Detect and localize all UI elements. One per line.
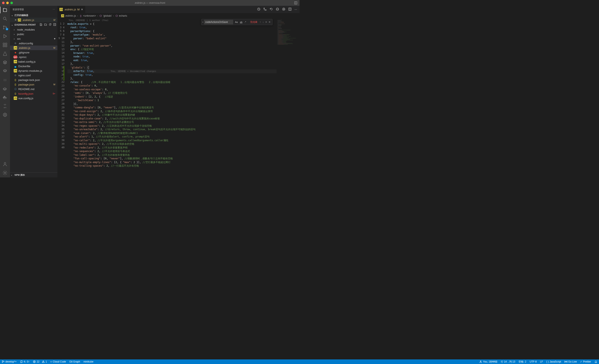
file-src[interactable]: ›src bbox=[10, 36, 57, 41]
close-window[interactable] bbox=[2, 2, 5, 4]
file-tree: ›node_modules›public›src⚙.editorconfigJS… bbox=[10, 27, 57, 100]
close-icon[interactable]: ✕ bbox=[81, 8, 83, 11]
minimap[interactable]: ▬▬▬▬▬▬▬▬▬▬▬▬▬▬▬▬▬▬▬▬▬▬▬▬▬▬▬▬▬▬▬▬▬▬▬▬▬▬▬▬… bbox=[277, 18, 300, 178]
js-icon: JS bbox=[18, 18, 21, 21]
file-.gitignore[interactable]: ◆.gitignore bbox=[10, 50, 57, 55]
debug-icon[interactable] bbox=[2, 34, 8, 39]
open-editor-item[interactable]: ✕ JS .eslintrc.js M bbox=[10, 18, 57, 22]
expand-find-icon[interactable]: › bbox=[202, 21, 204, 24]
file-vue.config.js[interactable]: JSvue.config.js bbox=[10, 96, 57, 100]
account-icon[interactable] bbox=[2, 162, 8, 167]
ext2-icon[interactable] bbox=[2, 69, 8, 74]
svg-point-18 bbox=[4, 162, 6, 164]
file-Dockerfile[interactable]: ▄Dockerfile bbox=[10, 64, 57, 68]
file-public[interactable]: ›public bbox=[10, 32, 57, 36]
window-title: .eslintrc.js — evernssa-front bbox=[134, 1, 165, 4]
gear-icon[interactable] bbox=[2, 170, 8, 175]
ext3-icon[interactable] bbox=[2, 86, 8, 91]
file-package-lock.json[interactable]: {}package-lock.json bbox=[10, 78, 57, 82]
collapse-icon[interactable] bbox=[53, 23, 56, 27]
compare-icon[interactable] bbox=[263, 8, 267, 11]
svg-rect-8 bbox=[3, 43, 5, 44]
api-icon[interactable]: API bbox=[2, 104, 8, 109]
titlebar: .eslintrc.js — evernssa-front bbox=[0, 0, 300, 6]
max-window[interactable] bbox=[10, 2, 13, 4]
tab-bar: JS .eslintrc.js M ✕ ⋯ bbox=[57, 6, 300, 13]
file-README.md[interactable]: ⓘREADME.md bbox=[10, 87, 57, 91]
run-icon[interactable] bbox=[282, 8, 285, 11]
close-icon[interactable]: ✕ bbox=[15, 18, 17, 21]
tab-eslintrc[interactable]: JS .eslintrc.js M ✕ bbox=[57, 6, 86, 13]
whole-word-icon[interactable]: ab bbox=[239, 20, 243, 24]
file-dynamic-modules.js[interactable]: JSdynamic-modules.js bbox=[10, 68, 57, 73]
extensions-icon[interactable] bbox=[2, 43, 8, 47]
find-widget: › Aa ab .* 无结果 ↑ ↓ ≡ ✕ bbox=[201, 19, 273, 25]
test-icon[interactable] bbox=[2, 51, 8, 56]
svg-rect-15 bbox=[4, 96, 5, 97]
sidebar: 资源管理器 ⋯ ⌄打开的编辑器 ✕ JS .eslintrc.js M ⌄EVE… bbox=[10, 6, 57, 178]
k8s-icon[interactable] bbox=[2, 112, 8, 117]
svg-point-19 bbox=[4, 172, 6, 173]
find-result: 无结果 bbox=[250, 20, 257, 24]
svg-marker-7 bbox=[4, 35, 7, 38]
project-header[interactable]: ⌄EVERNSSA-FRONT bbox=[10, 22, 57, 27]
file-tsconfig.json[interactable]: {}tsconfig.json9+ bbox=[10, 91, 57, 96]
min-window[interactable] bbox=[6, 2, 9, 4]
file-nginx.conf[interactable]: ⚙nginx.conf bbox=[10, 73, 57, 78]
svg-point-2 bbox=[3, 17, 6, 19]
svg-line-3 bbox=[6, 19, 7, 20]
svg-point-17 bbox=[4, 114, 6, 115]
scm-icon[interactable]: 9 bbox=[2, 25, 8, 30]
prev-match-icon[interactable]: ↑ bbox=[260, 21, 261, 24]
breadcrumb[interactable]: JS.eslintrc.js › {}<unknown> › 'globals'… bbox=[57, 13, 300, 18]
line-gutter[interactable]: 1 2 3 4 5 6 7 8 9 10 11 12 13 14 15 16 1… bbox=[57, 18, 67, 178]
search-icon[interactable] bbox=[2, 16, 8, 21]
more-icon[interactable]: ⋯ bbox=[294, 8, 297, 11]
find-input[interactable] bbox=[204, 20, 233, 24]
new-file-icon[interactable] bbox=[40, 23, 43, 27]
regex-icon[interactable]: .* bbox=[244, 20, 247, 24]
history-icon[interactable] bbox=[257, 8, 260, 11]
diff-icon[interactable] bbox=[276, 8, 279, 11]
svg-rect-10 bbox=[3, 45, 5, 47]
svg-rect-9 bbox=[5, 43, 7, 44]
file-.npmrc[interactable]: npm.npmrc bbox=[10, 55, 57, 59]
layout-icon[interactable] bbox=[294, 1, 297, 5]
close-find-icon[interactable]: ✕ bbox=[269, 21, 271, 24]
explorer-icon[interactable] bbox=[2, 8, 8, 12]
open-editors-header[interactable]: ⌄打开的编辑器 bbox=[10, 13, 57, 18]
js-icon: JS bbox=[60, 8, 63, 11]
revert-icon[interactable] bbox=[270, 8, 273, 11]
sidebar-title: 资源管理器 bbox=[12, 8, 24, 11]
find-in-selection-icon[interactable]: ≡ bbox=[265, 21, 267, 24]
editor-group: JS .eslintrc.js M ✕ ⋯ JS.eslintrc.js › {… bbox=[57, 6, 300, 178]
file-.editorconfig[interactable]: ⚙.editorconfig bbox=[10, 41, 57, 45]
svg-marker-27 bbox=[283, 9, 284, 9]
ext1-icon[interactable] bbox=[2, 60, 8, 65]
activity-bar: 9 [··] API bbox=[0, 6, 10, 178]
more-icon[interactable]: ⋯ bbox=[53, 8, 55, 11]
refresh-icon[interactable] bbox=[49, 23, 52, 27]
next-match-icon[interactable]: ↓ bbox=[263, 21, 264, 24]
file-package.json[interactable]: {}package.jsonM bbox=[10, 82, 57, 87]
svg-rect-11 bbox=[5, 45, 7, 47]
file-.eslintrc.js[interactable]: JS.eslintrc.jsM bbox=[10, 45, 57, 50]
split-icon[interactable] bbox=[288, 8, 291, 11]
bracket-icon[interactable]: [··] bbox=[2, 77, 8, 82]
npm-scripts-header[interactable]: ›NPM 脚本 bbox=[10, 172, 57, 178]
new-folder-icon[interactable] bbox=[44, 23, 47, 27]
file-node_modules[interactable]: ›node_modules bbox=[10, 27, 57, 32]
file-babel.config.js[interactable]: JSbabel.config.js bbox=[10, 59, 57, 64]
match-case-icon[interactable]: Aa bbox=[234, 20, 238, 24]
svg-marker-16 bbox=[3, 113, 7, 117]
docker-icon[interactable] bbox=[2, 95, 8, 100]
code-area[interactable]: You, 26秒钟前 | 1 author (You)module.export… bbox=[67, 18, 277, 178]
